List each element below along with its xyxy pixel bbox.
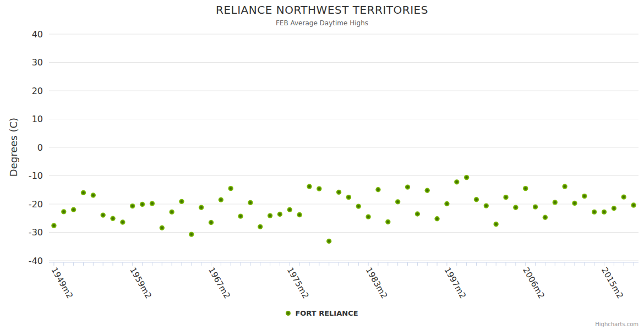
- data-point[interactable]: [533, 204, 538, 209]
- data-point[interactable]: [553, 200, 558, 205]
- x-axis-label: 1949m2: [49, 266, 75, 300]
- data-point[interactable]: [356, 204, 361, 208]
- data-point[interactable]: [110, 216, 115, 221]
- y-axis-label: 30: [32, 57, 43, 68]
- data-point[interactable]: [621, 194, 626, 199]
- data-point[interactable]: [425, 188, 430, 193]
- data-point[interactable]: [336, 190, 341, 195]
- data-point[interactable]: [179, 199, 184, 204]
- data-point[interactable]: [228, 186, 233, 191]
- data-point[interactable]: [326, 239, 331, 244]
- data-point[interactable]: [297, 212, 302, 217]
- data-point[interactable]: [287, 207, 292, 212]
- data-point[interactable]: [268, 213, 272, 218]
- data-point[interactable]: [503, 195, 508, 200]
- legend-item-fort-reliance[interactable]: FORT RELIANCE: [0, 309, 644, 317]
- data-point[interactable]: [562, 184, 567, 189]
- data-point[interactable]: [169, 210, 174, 215]
- x-axis-label: 1975m2: [285, 266, 311, 300]
- y-axis-label: 20: [32, 86, 43, 96]
- data-point[interactable]: [316, 186, 321, 191]
- data-point[interactable]: [277, 212, 282, 217]
- legend-label: FORT RELIANCE: [295, 309, 358, 317]
- x-axis-label: 2015m2: [599, 266, 625, 300]
- data-point[interactable]: [71, 207, 76, 212]
- data-point[interactable]: [493, 222, 498, 227]
- x-axis-label: 2006m2: [521, 266, 547, 300]
- data-point[interactable]: [631, 202, 636, 207]
- data-point[interactable]: [454, 179, 459, 184]
- data-point[interactable]: [238, 213, 243, 218]
- data-point[interactable]: [375, 187, 380, 192]
- data-point[interactable]: [120, 219, 125, 224]
- y-axis-label: -40: [29, 256, 43, 266]
- data-point[interactable]: [346, 195, 351, 200]
- data-point[interactable]: [464, 175, 469, 180]
- data-point[interactable]: [219, 197, 223, 202]
- y-axis-label: 10: [32, 114, 43, 124]
- legend-marker-icon: [286, 311, 291, 316]
- data-point[interactable]: [395, 199, 400, 204]
- data-point[interactable]: [572, 201, 577, 206]
- data-point[interactable]: [258, 224, 263, 229]
- data-point[interactable]: [140, 202, 145, 207]
- plot-svg: 403020100-10-20-30-401949m21959m21967m21…: [0, 0, 644, 330]
- x-axis-label: 1997m2: [442, 266, 468, 300]
- data-point[interactable]: [543, 215, 548, 220]
- x-axis-label: 1983m2: [364, 266, 390, 300]
- credits-link[interactable]: Highcharts.com: [595, 321, 638, 327]
- data-point[interactable]: [474, 197, 479, 202]
- data-point[interactable]: [189, 232, 194, 237]
- data-point[interactable]: [513, 205, 518, 210]
- data-point[interactable]: [248, 200, 253, 205]
- y-axis-label: -10: [29, 170, 43, 181]
- data-point[interactable]: [385, 219, 390, 224]
- data-point[interactable]: [209, 220, 214, 225]
- data-point[interactable]: [91, 193, 96, 197]
- data-point[interactable]: [51, 223, 56, 228]
- data-point[interactable]: [484, 203, 489, 208]
- data-point[interactable]: [415, 211, 420, 216]
- data-point[interactable]: [434, 216, 439, 221]
- data-point[interactable]: [199, 205, 204, 210]
- y-axis-label: 0: [37, 142, 43, 153]
- data-point[interactable]: [100, 212, 105, 217]
- data-point[interactable]: [612, 206, 616, 211]
- data-point[interactable]: [150, 201, 155, 206]
- data-point[interactable]: [405, 184, 410, 189]
- y-axis-label: 40: [32, 29, 43, 40]
- data-point[interactable]: [582, 194, 587, 199]
- x-axis-label: 1959m2: [128, 266, 154, 300]
- y-axis-label: -30: [29, 227, 43, 238]
- data-point[interactable]: [444, 201, 449, 206]
- highcharts-scatter-chart: RELIANCE NORTHWEST TERRITORIES FEB Avera…: [0, 0, 644, 330]
- data-point[interactable]: [523, 186, 528, 191]
- data-point[interactable]: [61, 209, 66, 214]
- data-point[interactable]: [81, 190, 86, 195]
- data-point[interactable]: [592, 210, 597, 215]
- data-point[interactable]: [365, 214, 370, 219]
- y-axis-label: -20: [29, 199, 43, 210]
- data-point[interactable]: [307, 184, 312, 189]
- data-point[interactable]: [602, 210, 607, 215]
- data-point[interactable]: [130, 204, 135, 208]
- data-point[interactable]: [160, 226, 165, 230]
- x-axis-label: 1967m2: [206, 266, 232, 300]
